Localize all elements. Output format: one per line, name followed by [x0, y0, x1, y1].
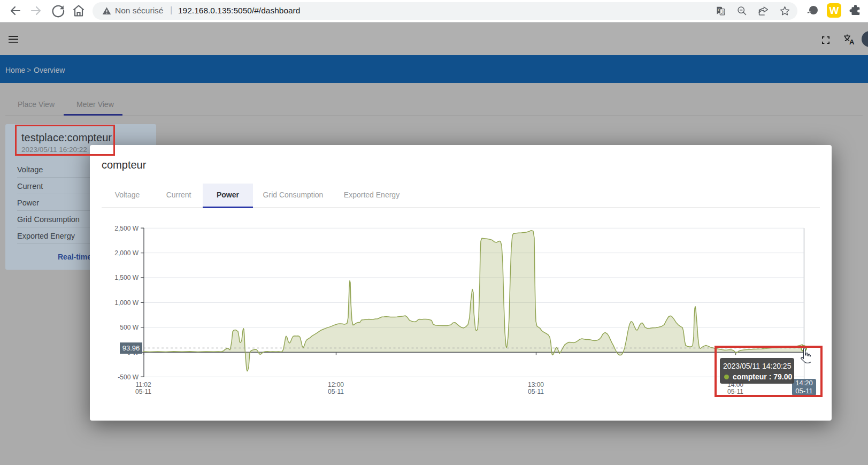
svg-text:-500 W: -500 W — [118, 373, 139, 381]
svg-text:05-11: 05-11 — [528, 388, 544, 395]
svg-text:1,000 W: 1,000 W — [114, 299, 139, 307]
svg-text:A: A — [849, 38, 855, 46]
svg-text:1,500 W: 1,500 W — [114, 274, 139, 281]
svg-text:文: 文 — [721, 10, 725, 14]
svg-text:2,000 W: 2,000 W — [114, 249, 139, 257]
svg-text:2,500 W: 2,500 W — [114, 225, 139, 232]
svg-text:05-11: 05-11 — [328, 388, 344, 395]
svg-text:05-11: 05-11 — [135, 388, 151, 395]
svg-text:500 W: 500 W — [120, 324, 139, 331]
